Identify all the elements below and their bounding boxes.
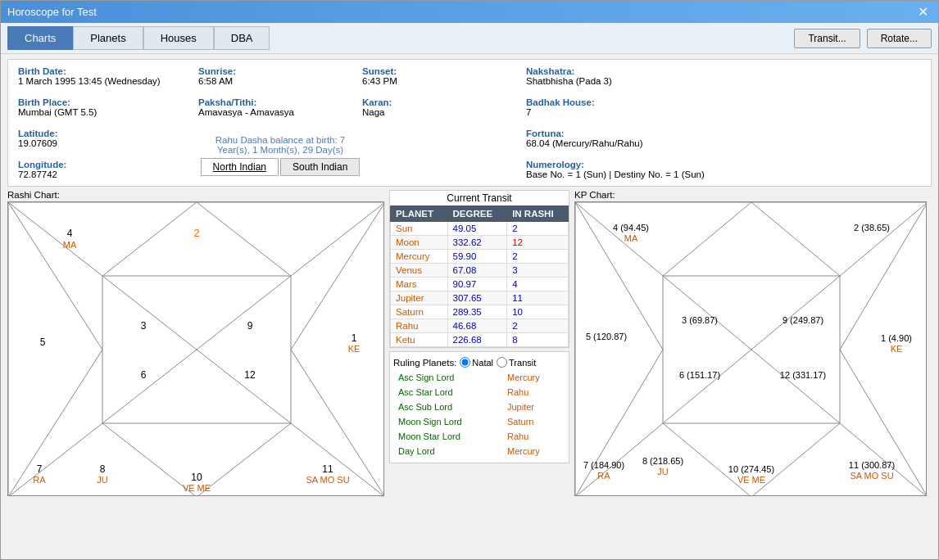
svg-text:12: 12 [244,369,256,381]
transit-row: Rahu 46.68 2 [391,319,569,333]
svg-text:9 (249.87): 9 (249.87) [782,315,823,325]
svg-text:VE ME: VE ME [183,483,211,493]
col-planet: PLANET [391,206,448,222]
svg-text:MA: MA [63,240,77,250]
svg-text:2  (38.65): 2 (38.65) [854,223,890,233]
svg-text:JU: JU [97,475,108,485]
transit-table: PLANET DEGREE IN RASHI Sun 49.05 2 Moon … [390,205,569,347]
transit-button[interactable]: Transit... [794,29,860,48]
toolbar-actions: Transit... Rotate... [794,29,932,48]
svg-text:2: 2 [193,227,199,239]
transit-rashi: 10 [507,305,569,319]
main-charts-area: Rashi Chart: [1,190,938,559]
transit-radio-label[interactable]: Transit [497,357,536,368]
transit-planet: Saturn [391,305,448,319]
natal-radio-label[interactable]: Natal [460,357,493,368]
transit-degree: 67.08 [447,264,507,278]
svg-text:KE: KE [891,344,903,354]
svg-text:1: 1 [352,332,357,344]
sunset-label: Sunset: [362,66,526,76]
ruling-section: Ruling Planets: Natal Transit Asc Sign L… [389,351,569,463]
birth-info-col1: Birth Date: 1 March 1995 13:45 (Wednesda… [18,66,198,179]
ruling-row: Asc Star Lord Rahu [395,386,564,399]
birth-info-col3: Sunset: 6:43 PM Karan: Naga [362,66,526,179]
svg-text:3: 3 [141,320,147,332]
nakshatra-value: Shatbhisha (Pada 3) [526,76,772,86]
paksha-label: Paksha/Tithi: [198,97,362,107]
numerology-value: Base No. = 1 (Sun) | Destiny No. = 1 (Su… [526,169,772,179]
transit-planet: Ketu [391,333,448,347]
svg-text:4: 4 [67,228,73,239]
transit-row: Moon 332.62 12 [391,236,569,250]
transit-row: Mars 90.97 4 [391,278,569,291]
svg-text:5: 5 [40,336,46,348]
toolbar: Charts Planets Houses DBA Transit... Rot… [1,23,938,54]
transit-planet: Jupiter [391,291,448,305]
tab-charts[interactable]: Charts [7,26,73,50]
svg-text:9: 9 [247,320,253,332]
transit-degree: 49.05 [447,222,507,236]
transit-rashi: 2 [507,250,569,264]
svg-text:5 (120.87): 5 (120.87) [586,332,627,341]
tab-planets[interactable]: Planets [73,26,143,50]
ruling-value: Mercury [504,371,564,384]
svg-text:MA: MA [624,233,638,243]
ruling-key: Moon Star Lord [395,430,502,443]
north-indian-button[interactable]: North Indian [201,158,279,176]
tab-houses[interactable]: Houses [143,26,214,50]
kp-chart-section: KP Chart: [574,190,932,554]
col-degree: DEGREE [447,206,507,222]
main-window: Horoscope for Test ✕ Charts Planets Hous… [0,0,939,560]
ruling-key: Asc Sub Lord [395,400,502,413]
transit-degree: 90.97 [447,278,507,291]
svg-text:KE: KE [348,344,361,354]
rashi-chart-svg: 4 MA 2 5 3 1 KE 6 12 7 RA [7,201,384,496]
svg-text:JU: JU [657,467,669,476]
ruling-key: Asc Sign Lord [395,371,502,384]
close-button[interactable]: ✕ [914,4,932,20]
ruling-value: Jupiter [504,400,564,413]
transit-planet: Mars [391,278,448,291]
transit-row: Ketu 226.68 8 [391,333,569,347]
birth-info-col4: Nakshatra: Shatbhisha (Pada 3) Badhak Ho… [526,66,772,179]
svg-text:7 (184.90): 7 (184.90) [583,460,624,470]
svg-text:1  (4.90): 1 (4.90) [881,333,912,343]
svg-text:SA MO SU: SA MO SU [850,471,893,481]
chart-type-selector: North Indian South Indian [198,158,362,176]
tab-dba[interactable]: DBA [214,26,270,50]
natal-radio[interactable] [460,357,470,368]
birth-place-label: Birth Place: [18,97,198,107]
paksha-value: Amavasya - Amavasya [198,107,362,117]
transit-row: Jupiter 307.65 11 [391,291,569,305]
fortuna-value: 68.04 (Mercury/Rahu/Rahu) [526,138,772,148]
col-rashi: IN RASHI [507,206,569,222]
sunset-value: 6:43 PM [362,76,526,86]
transit-degree: 59.90 [447,250,507,264]
rotate-button[interactable]: Rotate... [867,29,932,48]
ruling-table: Asc Sign Lord Mercury Asc Star Lord Rahu… [393,369,565,459]
south-indian-button[interactable]: South Indian [280,158,360,176]
tab-bar: Charts Planets Houses DBA [7,26,270,50]
transit-degree: 332.62 [447,236,507,250]
svg-text:12 (331.17): 12 (331.17) [780,370,826,380]
svg-text:11: 11 [322,463,333,475]
transit-planet: Moon [391,236,448,250]
longitude-label: Longitude: [18,160,198,169]
svg-text:8 (218.65): 8 (218.65) [642,456,683,466]
rashi-chart-section: Rashi Chart: [7,190,384,554]
transit-row: Sun 49.05 2 [391,222,569,236]
birth-info-col2: Sunrise: 6:58 AM Paksha/Tithi: Amavasya … [198,66,362,179]
kp-chart-label: KP Chart: [574,190,932,200]
ruling-value: Rahu [504,430,564,443]
ruling-title-text: Ruling Planets: [393,358,456,368]
ruling-value: Mercury [504,445,564,458]
svg-text:6 (151.17): 6 (151.17) [679,370,720,380]
ruling-value: Saturn [504,415,564,428]
ruling-row: Asc Sign Lord Mercury [395,371,564,384]
transit-radio[interactable] [497,357,507,368]
middle-section: Current Transit PLANET DEGREE IN RASHI S… [389,190,569,554]
transit-degree: 46.68 [447,319,507,333]
fortuna-label: Fortuna: [526,129,772,138]
transit-rashi: 3 [507,264,569,278]
svg-text:VE ME: VE ME [737,475,765,485]
